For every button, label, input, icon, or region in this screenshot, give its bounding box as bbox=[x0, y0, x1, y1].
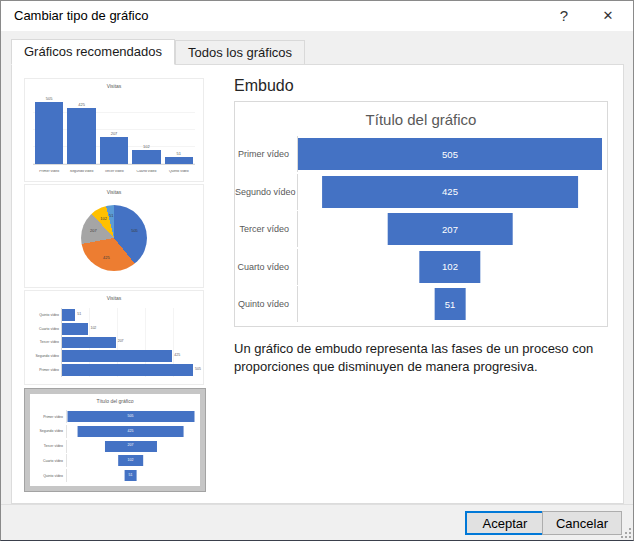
thumbnail-chart-title: Visitas bbox=[25, 296, 203, 301]
bar-zone: 505 bbox=[61, 363, 193, 377]
column-x-label: Primer vídeo bbox=[35, 170, 63, 174]
column-x-label: Segundo vídeo bbox=[67, 170, 95, 174]
bar-value: 51 bbox=[75, 313, 81, 317]
funnel-thumb-zone: 207 bbox=[66, 440, 194, 453]
funnel-zone: 51 bbox=[297, 286, 602, 322]
bar bbox=[62, 323, 88, 335]
bar bbox=[62, 350, 172, 362]
bar-row: Tercer vídeo207 bbox=[31, 336, 193, 350]
funnel-thumb-zone: 505 bbox=[66, 410, 194, 423]
funnel-row: Cuarto vídeo102 bbox=[235, 249, 602, 285]
recommended-thumbnails-list: Visitas 50542520710251 Primer vídeoSegun… bbox=[24, 78, 206, 492]
funnel-thumb-bar: 51 bbox=[124, 470, 137, 481]
funnel-category-label: Cuarto vídeo bbox=[235, 262, 297, 272]
bar-row: Cuarto vídeo102 bbox=[31, 322, 193, 336]
pie-slice-label: 425 bbox=[103, 256, 110, 260]
column-bar-group: 505 bbox=[35, 97, 63, 164]
funnel-row: Primer vídeo505 bbox=[235, 136, 602, 172]
chart-type-description: Un gráfico de embudo representa las fase… bbox=[234, 340, 630, 376]
funnel-thumb-bar: 505 bbox=[67, 411, 194, 422]
bar bbox=[62, 337, 116, 349]
title-bar[interactable]: Cambiar tipo de gráfico ? ✕ bbox=[1, 1, 633, 31]
funnel-category-label: Quinto vídeo bbox=[235, 299, 297, 309]
thumbnail-column-chart[interactable]: Visitas 50542520710251 Primer vídeoSegun… bbox=[24, 78, 204, 182]
funnel-thumb-label: Tercer vídeo bbox=[34, 444, 66, 448]
chart-preview[interactable]: Título del gráfico Primer vídeo505Segund… bbox=[234, 101, 608, 327]
funnel-rows: Primer vídeo505Segundo vídeo425Tercer ví… bbox=[235, 136, 602, 322]
column-bar-group: 51 bbox=[165, 97, 193, 164]
funnel-thumb-bar: 425 bbox=[77, 426, 184, 437]
funnel-thumb-row: Primer vídeo505 bbox=[34, 410, 194, 423]
column-bar bbox=[67, 108, 95, 164]
column-x-label: Quinto vídeo bbox=[165, 170, 193, 174]
pie-chart: 50542520710251 bbox=[81, 205, 147, 271]
thumbnail-pie-chart[interactable]: Visitas 50542520710251 bbox=[24, 184, 204, 288]
funnel-category-label: Primer vídeo bbox=[235, 149, 297, 159]
funnel-zone: 207 bbox=[297, 211, 602, 247]
help-icon[interactable]: ? bbox=[547, 1, 581, 31]
funnel-thumb-zone: 425 bbox=[66, 425, 194, 438]
column-bar-value: 51 bbox=[177, 152, 181, 156]
bar bbox=[62, 364, 193, 376]
tab-panel: Visitas 50542520710251 Primer vídeoSegun… bbox=[11, 64, 624, 504]
pie-slice-label: 51 bbox=[109, 214, 113, 218]
preview-pane: Embudo Título del gráfico Primer vídeo50… bbox=[224, 65, 621, 503]
column-chart-x-labels: Primer vídeoSegundo vídeoTercer vídeoCua… bbox=[33, 170, 195, 174]
bar-chart-plot: Quinto vídeo51Cuarto vídeo102Tercer víde… bbox=[31, 308, 193, 377]
bar-category-label: Quinto vídeo bbox=[31, 313, 61, 317]
bar-category-label: Segundo vídeo bbox=[31, 354, 61, 358]
funnel-thumb-label: Segundo vídeo bbox=[34, 429, 66, 433]
accept-button[interactable]: Aceptar bbox=[465, 511, 545, 535]
column-bar bbox=[100, 137, 128, 164]
column-bar-value: 505 bbox=[46, 97, 53, 101]
column-bar-value: 207 bbox=[111, 132, 118, 136]
close-icon[interactable]: ✕ bbox=[591, 1, 625, 31]
tab-all-charts[interactable]: Todos los gráficos bbox=[175, 40, 305, 64]
funnel-thumb-bar: 207 bbox=[104, 441, 156, 452]
funnel-bar: 51 bbox=[435, 288, 466, 320]
thumbnail-funnel-chart[interactable]: Título del gráfico Primer vídeo505Segund… bbox=[30, 394, 200, 486]
tab-recommended-charts[interactable]: Gráficos recomendados bbox=[11, 39, 175, 65]
funnel-bar: 207 bbox=[388, 213, 513, 245]
bar-zone: 425 bbox=[61, 349, 193, 363]
chart-title: Título del gráfico bbox=[235, 111, 607, 128]
funnel-thumb-row: Cuarto vídeo102 bbox=[34, 454, 194, 467]
funnel-thumb-label: Cuarto vídeo bbox=[34, 459, 66, 463]
thumbnail-chart-title: Visitas bbox=[25, 84, 203, 89]
dialog-body: Gráficos recomendados Todos los gráficos… bbox=[1, 31, 633, 540]
thumbnail-bar-chart[interactable]: Visitas Quinto vídeo51Cuarto vídeo102Ter… bbox=[24, 290, 204, 385]
bar-category-label: Cuarto vídeo bbox=[31, 327, 61, 331]
funnel-row: Quinto vídeo51 bbox=[235, 286, 602, 322]
bar-value: 102 bbox=[88, 327, 96, 331]
bar-zone: 102 bbox=[61, 322, 193, 336]
pie-slice-label: 207 bbox=[90, 229, 97, 233]
funnel-bar: 425 bbox=[322, 176, 578, 208]
dialog-title: Cambiar tipo de gráfico bbox=[14, 1, 148, 31]
funnel-row: Tercer vídeo207 bbox=[235, 211, 602, 247]
funnel-row: Segundo vídeo425 bbox=[235, 174, 602, 210]
funnel-thumb-label: Primer vídeo bbox=[34, 415, 66, 419]
bar-row: Quinto vídeo51 bbox=[31, 308, 193, 322]
button-bar: Aceptar Cancelar bbox=[1, 504, 633, 540]
column-bar-group: 207 bbox=[100, 97, 128, 164]
bar-row: Segundo vídeo425 bbox=[31, 349, 193, 363]
funnel-thumb-zone: 102 bbox=[66, 454, 194, 467]
thumbnail-chart-title: Visitas bbox=[25, 190, 203, 195]
bar bbox=[62, 309, 75, 321]
resize-grip-icon[interactable] bbox=[621, 528, 631, 538]
funnel-thumb-label: Quinto vídeo bbox=[34, 474, 66, 478]
bar-category-label: Tercer vídeo bbox=[31, 340, 61, 344]
cancel-button[interactable]: Cancelar bbox=[542, 511, 622, 535]
funnel-thumb-bar: 102 bbox=[118, 455, 144, 466]
thumbnail-funnel-selected-frame[interactable]: Título del gráfico Primer vídeo505Segund… bbox=[24, 388, 206, 492]
pie-slice-label: 102 bbox=[100, 217, 107, 221]
bar-category-label: Primer vídeo bbox=[31, 368, 61, 372]
funnel-thumb-row: Segundo vídeo425 bbox=[34, 425, 194, 438]
change-chart-type-dialog: Cambiar tipo de gráfico ? ✕ Gráficos rec… bbox=[0, 0, 634, 541]
funnel-thumb-row: Tercer vídeo207 bbox=[34, 440, 194, 453]
thumbnail-chart-title: Título del gráfico bbox=[30, 399, 200, 404]
tab-strip: Gráficos recomendados Todos los gráficos bbox=[11, 39, 305, 65]
column-bar-group: 102 bbox=[132, 97, 160, 164]
column-x-label: Cuarto vídeo bbox=[132, 170, 160, 174]
bar-row: Primer vídeo505 bbox=[31, 363, 193, 377]
